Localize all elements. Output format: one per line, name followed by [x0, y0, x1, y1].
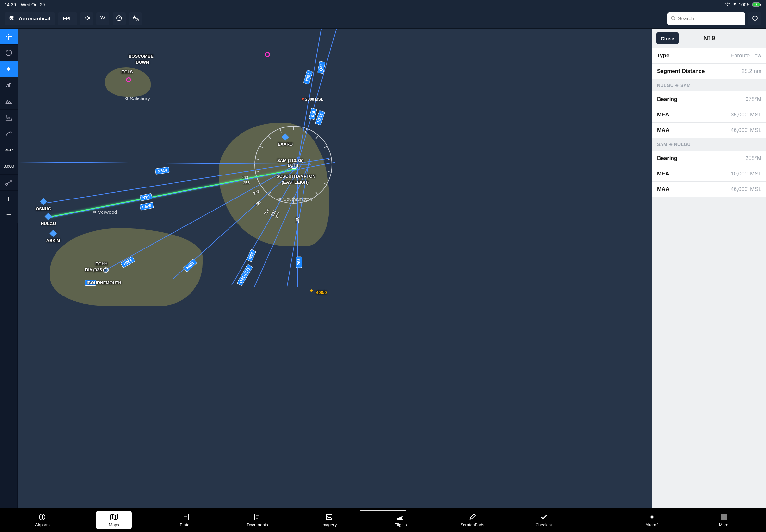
crosshair-icon — [752, 15, 758, 22]
panel-row-maa-2: MAA 46,000' MSL — [652, 182, 766, 197]
side-route-button[interactable] — [0, 175, 18, 191]
label-eghi: EGHI — [287, 163, 298, 168]
documents-icon — [254, 513, 261, 521]
panel-section-2: SAM ➔ NULGU — [652, 138, 766, 151]
radial-260: 260 — [241, 175, 248, 180]
side-terrain-button[interactable] — [0, 93, 18, 110]
zoom-in-button[interactable]: + — [0, 191, 18, 207]
svg-rect-8 — [8, 68, 10, 70]
battery-percent: 100% — [739, 2, 750, 7]
panel-row-type: Type Enroute Low — [652, 48, 766, 64]
tab-imagery[interactable]: Imagery — [311, 511, 347, 529]
airway-label-n19[interactable]: N19 — [140, 193, 152, 201]
side-highway-button[interactable]: 35 — [0, 110, 18, 126]
layers-label: Aeronautical — [19, 16, 50, 22]
svg-rect-1 — [760, 4, 761, 6]
obstacle-2000: ✕2000 MSL — [301, 97, 323, 102]
tab-more[interactable]: More — [706, 511, 742, 529]
panel-row-mea-2: MEA 10,000' MSL — [652, 166, 766, 182]
tab-checklist[interactable]: Checklist — [526, 511, 562, 529]
airport-icon — [39, 513, 46, 521]
waypoint-exaro[interactable]: EXARO — [278, 135, 293, 147]
map-icon — [110, 513, 118, 521]
status-time: 14:39 — [5, 2, 16, 7]
tab-documents[interactable]: Documents — [239, 511, 275, 529]
check-icon — [541, 513, 548, 521]
rain-icon — [100, 15, 106, 22]
panel-section-1: NULGU ➔ SAM — [652, 79, 766, 91]
left-sidebar: 35 REC 00:00 + − — [0, 29, 18, 508]
side-airway-button[interactable] — [0, 61, 18, 77]
pencil-icon — [469, 513, 476, 521]
aircraft-icon — [649, 513, 656, 521]
svg-rect-13 — [183, 514, 188, 520]
city-salisbury: Salisbury — [125, 96, 150, 101]
waypoint-osnug[interactable]: OSNUG — [36, 199, 51, 211]
tab-flights[interactable]: Flights — [383, 511, 419, 529]
settings-button[interactable] — [80, 12, 93, 25]
menu-icon — [720, 513, 727, 521]
side-locate-button[interactable] — [0, 29, 18, 45]
panel-title: N19 — [703, 34, 715, 42]
vor-unknown-top[interactable] — [265, 52, 270, 57]
waypoint-abkim[interactable]: ABKIM — [46, 231, 60, 243]
zoom-out-button[interactable]: − — [0, 207, 18, 223]
radial-180: 180 — [295, 217, 299, 223]
top-toolbar: Aeronautical FPL — [0, 9, 766, 29]
battery-icon — [752, 2, 761, 7]
imagery-icon — [325, 513, 333, 521]
side-rec-button[interactable]: REC — [0, 142, 18, 158]
search-field[interactable] — [667, 12, 745, 25]
side-profile-button[interactable] — [0, 77, 18, 93]
layers-button[interactable]: Aeronautical — [5, 12, 55, 25]
layers-icon — [8, 15, 15, 23]
gauge-icon — [116, 15, 122, 22]
close-button[interactable]: Close — [656, 32, 679, 44]
side-annotate-button[interactable] — [0, 126, 18, 142]
tab-scratchpads[interactable]: ScratchPads — [455, 511, 490, 529]
weather-button[interactable] — [96, 12, 109, 25]
favorites-time-button[interactable] — [129, 12, 142, 25]
city-southampton: Southampton — [278, 196, 312, 202]
status-bar: 14:39 Wed Oct 20 100% — [0, 0, 766, 9]
panel-row-maa-1: MAA 46,000' MSL — [652, 123, 766, 138]
svg-point-4 — [671, 16, 675, 19]
label-bia-freq: BIA (335.0) — [85, 267, 107, 272]
panel-row-segment-distance: Segment Distance 25.2 nm — [652, 64, 766, 79]
airway-label-016[interactable]: 016 — [309, 108, 317, 120]
panel-row-bearing-1: Bearing 078°M — [652, 91, 766, 107]
tab-separator — [598, 513, 598, 527]
status-left: 14:39 Wed Oct 20 — [5, 2, 45, 7]
vor-egls[interactable] — [126, 77, 131, 82]
bottom-tabbar: Airports Maps Plates Documents Imagery F… — [0, 508, 766, 532]
locate-button[interactable] — [748, 12, 761, 25]
search-input[interactable] — [678, 16, 743, 22]
amber-star-label: 400/0 — [316, 290, 327, 295]
waypoint-nulgu[interactable]: NULGU — [41, 214, 56, 226]
airway-label-q41z171[interactable]: Q41-Z171 — [237, 264, 253, 286]
label-boscombe: BOSCOMBE — [128, 54, 153, 59]
search-icon — [671, 16, 676, 22]
map-canvas[interactable]: N514 N19 L620 N866 N16 N621 N63 Q41-Z171… — [18, 29, 652, 508]
fpl-button[interactable]: FPL — [58, 12, 77, 25]
tab-aircraft[interactable]: Aircraft — [634, 511, 670, 529]
label-egls: EGLS — [121, 69, 133, 74]
airway-label-p83[interactable]: P83 — [296, 256, 302, 268]
airway-label-n514b[interactable]: N514 — [315, 110, 325, 125]
gauge-button[interactable] — [113, 12, 126, 25]
tab-plates[interactable]: Plates — [168, 511, 203, 529]
airway-label-n63[interactable]: N63 — [246, 249, 256, 262]
status-date: Wed Oct 20 — [21, 2, 45, 7]
home-indicator — [360, 510, 406, 511]
flights-icon — [397, 513, 405, 521]
plates-icon — [182, 513, 189, 521]
tab-airports[interactable]: Airports — [24, 511, 60, 529]
airway-label-l620[interactable]: L620 — [140, 202, 154, 211]
panel-row-bearing-2: Bearing 258°M — [652, 151, 766, 166]
airway-label-n514[interactable]: N514 — [155, 167, 170, 175]
label-eghi-name1: SCSOUTHAMPTON — [276, 174, 315, 179]
tab-maps[interactable]: Maps — [96, 511, 132, 529]
amber-star: ★ — [309, 288, 313, 293]
location-icon — [732, 2, 737, 7]
side-attitude-button[interactable] — [0, 45, 18, 61]
